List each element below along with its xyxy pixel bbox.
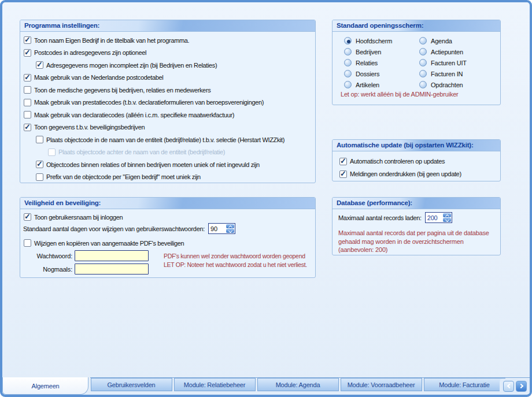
pdf-warning-line1: PDF's kunnen wel zonder wachtwoord worde… bbox=[164, 252, 307, 261]
checkbox[interactable] bbox=[24, 86, 31, 94]
tab-scroll-panel bbox=[500, 379, 530, 394]
spinner-buttons bbox=[226, 224, 235, 233]
radio-label[interactable]: Facturen UIT bbox=[431, 60, 467, 66]
checkbox-row: Plaats objectcode in de naam van de enti… bbox=[36, 133, 315, 146]
checkbox[interactable] bbox=[339, 158, 347, 165]
radio-button[interactable] bbox=[419, 70, 427, 77]
spinner-up-icon[interactable] bbox=[443, 213, 451, 217]
checkbox-row: Plaats objectcode achter de naam van de … bbox=[48, 146, 315, 159]
spinner-down-icon[interactable] bbox=[443, 218, 451, 222]
checkbox[interactable] bbox=[339, 170, 347, 178]
checkbox-label[interactable]: Wijzigen en kopiëren van aangemaakte PDF… bbox=[34, 240, 184, 247]
settings-window: Programma instellingen: Toon naam Eigen … bbox=[0, 0, 532, 397]
checkbox[interactable] bbox=[48, 149, 56, 156]
radio-button[interactable] bbox=[419, 37, 427, 44]
checkbox-row: Toon naam Eigen Bedrijf in de titelbalk … bbox=[24, 34, 315, 47]
radio-label[interactable]: Facturen IN bbox=[431, 71, 463, 77]
scroll-left-icon bbox=[507, 384, 511, 388]
group-title: Veiligheid en beveiliging: bbox=[24, 199, 101, 206]
radio-row: Agenda bbox=[419, 35, 467, 46]
checkbox[interactable] bbox=[24, 111, 31, 118]
radio-label[interactable]: Hoofdscherm bbox=[356, 38, 392, 44]
password-row: Wachtwoord: bbox=[23, 250, 149, 261]
radio-button[interactable] bbox=[419, 48, 427, 55]
checkbox[interactable] bbox=[36, 61, 43, 69]
scroll-right-button[interactable] bbox=[516, 381, 527, 392]
radio-row: Facturen UIT bbox=[419, 57, 467, 68]
checkbox-label[interactable]: Prefix van de objectcode per "Eigen bedr… bbox=[46, 173, 201, 180]
checkbox[interactable] bbox=[24, 36, 31, 44]
tab-label: Gebruikersvelden bbox=[107, 381, 155, 388]
checkbox-label[interactable]: Maak gebruik van declaratiecodes (alléén… bbox=[34, 112, 234, 118]
password-days-spinner: 90 bbox=[208, 223, 235, 234]
radio-label[interactable]: Dossiers bbox=[356, 71, 379, 77]
checkbox-label[interactable]: Toon de medische gegevens bij bedrijven,… bbox=[34, 87, 210, 94]
group-auto-update: Automatische update (bij opstarten WIZZk… bbox=[332, 139, 501, 181]
tab[interactable]: Gebruikersvelden bbox=[91, 378, 172, 391]
tab-label: Module: Relatiebeheer bbox=[184, 381, 245, 388]
checkbox-label[interactable]: Toon naam Eigen Bedrijf in de titelbalk … bbox=[34, 37, 189, 44]
tab[interactable]: Module: Facturatie bbox=[424, 378, 505, 391]
radio-button[interactable] bbox=[344, 37, 352, 44]
radio-button[interactable] bbox=[344, 70, 352, 77]
radio-label[interactable]: Opdrachten bbox=[431, 81, 463, 88]
password-input[interactable] bbox=[75, 250, 149, 261]
radio-label[interactable]: Artikelen bbox=[356, 81, 379, 88]
checkbox-label[interactable]: Meldingen onderdrukken (bij geen update) bbox=[350, 170, 461, 177]
radio-button[interactable] bbox=[419, 81, 427, 88]
radio-button[interactable] bbox=[344, 59, 352, 66]
password-days-label: Standaard aantal dagen voor wijzigen van… bbox=[23, 225, 205, 232]
radio-button[interactable] bbox=[344, 81, 352, 88]
checkbox-row: Meldingen onderdrukken (bij geen update) bbox=[339, 168, 500, 180]
scroll-left-button[interactable] bbox=[503, 381, 514, 392]
group-header: Programma instellingen: bbox=[20, 20, 315, 32]
spinner-up-icon[interactable] bbox=[226, 224, 234, 228]
max-records-value[interactable]: 200 bbox=[426, 213, 442, 222]
checkbox[interactable] bbox=[24, 49, 31, 57]
checkbox-row: Toon gebruikersnaam bij inloggen bbox=[24, 211, 123, 224]
checkbox[interactable] bbox=[24, 99, 31, 106]
checkbox[interactable] bbox=[36, 173, 43, 181]
tab-label: Module: Voorraadbeheer bbox=[348, 381, 415, 388]
bottom-tab-bar: Algemeen Gebruikersvelden Module: Relati… bbox=[2, 377, 530, 395]
checkbox-row: Maak gebruik van prestatiecodes (t.b.v. … bbox=[24, 97, 315, 109]
checkbox-label[interactable]: Maak gebruik van de Nederlandse postcode… bbox=[34, 74, 163, 81]
checkbox-row: Toon de medische gegevens bij bedrijven,… bbox=[24, 84, 315, 97]
checkbox-label[interactable]: Maak gebruik van prestatiecodes (t.b.v. … bbox=[34, 99, 264, 106]
scroll-right-icon bbox=[518, 384, 523, 388]
radio-button[interactable] bbox=[419, 59, 427, 66]
radio-label[interactable]: Actiepunten bbox=[431, 49, 463, 55]
radio-label[interactable]: Relaties bbox=[356, 60, 378, 66]
checkbox[interactable] bbox=[36, 161, 43, 168]
password-repeat-row: Nogmaals: bbox=[23, 264, 149, 274]
spinner-down-icon[interactable] bbox=[226, 229, 234, 233]
tab[interactable]: Module: Agenda bbox=[257, 378, 339, 391]
tab[interactable]: Module: Voorraadbeheer bbox=[341, 378, 422, 391]
checkbox-label[interactable]: Plaats objectcode in de naam van de enti… bbox=[46, 136, 285, 143]
checkbox-label[interactable]: Adresgegevens mogen incompleet zijn (bij… bbox=[46, 62, 217, 69]
checkbox-label[interactable]: Toon gebruikersnaam bij inloggen bbox=[34, 214, 123, 221]
pdf-warning-line2: LET OP: Noteer het wachtwoord zodat u he… bbox=[164, 261, 307, 269]
admin-note: Let op: werkt alléén bij de ADMIN-gebrui… bbox=[341, 91, 459, 98]
checkbox[interactable] bbox=[36, 136, 43, 143]
radio-label[interactable]: Agenda bbox=[431, 38, 452, 44]
checkbox[interactable] bbox=[24, 124, 31, 131]
program-checkbox-list: Toon naam Eigen Bedrijf in de titelbalk … bbox=[20, 32, 315, 183]
checkbox[interactable] bbox=[24, 74, 31, 81]
password-repeat-input[interactable] bbox=[75, 264, 149, 274]
checkbox-label[interactable]: Plaats objectcode achter de naam van de … bbox=[58, 149, 225, 155]
checkbox[interactable] bbox=[24, 239, 31, 247]
tab[interactable]: Module: Relatiebeheer bbox=[174, 378, 256, 391]
tab[interactable]: Algemeen bbox=[2, 377, 88, 395]
checkbox-row: Postcodes in adresgegevens zijn optionee… bbox=[24, 47, 315, 60]
checkbox-label[interactable]: Objectcodes binnen relaties of binnen be… bbox=[46, 161, 260, 168]
password-days-value[interactable]: 90 bbox=[209, 224, 226, 233]
checkbox-label[interactable]: Toon gegevens t.b.v. beveiligingsbedrijv… bbox=[34, 124, 145, 131]
checkbox-label[interactable]: Postcodes in adresgegevens zijn optionee… bbox=[34, 49, 146, 56]
radio-button[interactable] bbox=[344, 48, 352, 55]
checkbox[interactable] bbox=[24, 213, 31, 221]
tab-strip: Algemeen Gebruikersvelden Module: Relati… bbox=[2, 377, 530, 395]
checkbox-label[interactable]: Automatisch controleren op updates bbox=[350, 158, 445, 165]
checkbox-row: Maak gebruik van de Nederlandse postcode… bbox=[24, 72, 315, 84]
radio-label[interactable]: Bedrijven bbox=[356, 49, 381, 55]
